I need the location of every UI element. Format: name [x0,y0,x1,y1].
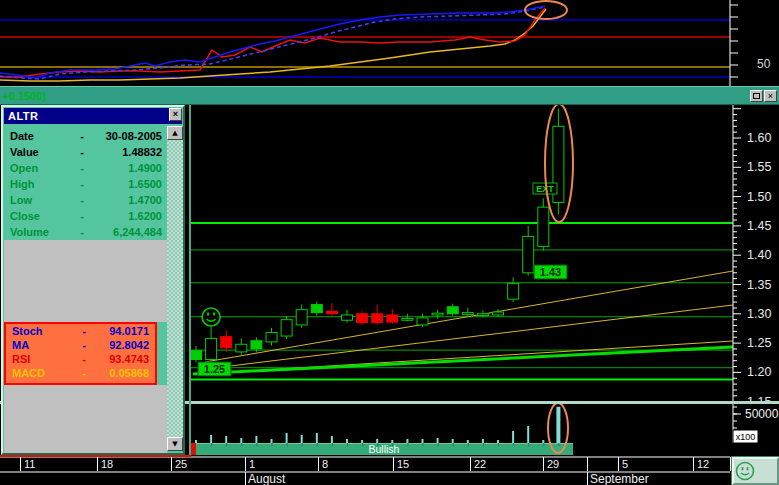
month-cell-separator [587,472,588,485]
volume-bar [467,440,469,443]
ribbon-bearish-start [191,443,196,455]
volume-bar [195,440,197,443]
red-underline [0,455,191,457]
date-week-label: 1 [249,458,255,470]
volume-bar [437,438,439,443]
price-axis-label: 1.45 [747,219,771,233]
date-week-label: 29 [547,458,559,470]
volume-bar [255,436,257,443]
candle-body [236,344,247,352]
indicator-values-box: Stoch-94.0171 MA-92.8042 RSI-93.4743 MAC… [4,322,157,385]
candles [191,109,564,364]
volume-bar [301,435,303,443]
candle-body [402,318,413,320]
date-week-label: 12 [697,458,709,470]
data-window-spacer [4,385,167,453]
candle-body [206,338,217,359]
volume-bar [512,431,514,443]
series-blue-dashed [0,7,545,79]
volume-bar [286,433,288,443]
indicator-pane-titlebar: +0.1500) × [0,86,779,105]
candle-body [311,304,322,312]
candle-body [462,313,473,315]
date-cell-separator [618,457,619,471]
candle-body [191,351,202,360]
volume-bar [452,439,454,443]
row-ma: MA-92.8042 [6,338,151,352]
close-icon[interactable]: × [169,108,182,121]
volume-bar [422,439,424,443]
row-close: Close-1.6200 [4,208,164,224]
date-cell-separator [693,457,694,471]
close-window-icon[interactable]: × [764,90,777,102]
volume-bar [361,440,363,443]
row-stoch: Stoch-94.0171 [6,324,151,338]
date-cell-separator [171,457,172,471]
date-week-label: 8 [322,458,328,470]
price-axis-label: 1.40 [747,248,771,262]
price-axis-label: 1.35 [747,278,771,292]
smiley-icon [734,460,756,482]
date-cell-separator [245,457,246,471]
date-week-label: 22 [474,458,486,470]
metastock-app-window: 50 +0.1500) × 1.601.551.501.451.401.351.… [0,0,779,485]
volume-bar [542,440,544,443]
data-window-panel[interactable]: ALTR × Date-30-08-2005 Value-1.48832 Ope… [1,105,185,455]
volume-bar [482,439,484,443]
row-rsi: RSI-93.4743 [6,352,151,366]
date-cell-separator [543,457,544,471]
date-cell-separator [730,457,731,471]
candle-body [372,314,383,323]
expert-advisor-button[interactable] [732,457,779,485]
price-axis-label: 1.50 [747,190,771,204]
volume-bar [210,435,212,443]
volume-bar [331,436,333,443]
volume-bar [271,439,273,443]
restore-window-icon[interactable] [750,90,763,102]
date-week-label: 15 [397,458,409,470]
volume-bar [346,439,348,443]
row-low: Low-1.4700 [4,192,164,208]
price-axis-label: 1.25 [747,336,771,350]
volume-bar [497,440,499,443]
volume-bars [195,407,560,443]
price-axis-label: 1.20 [747,365,771,379]
price-axis-label: 1.30 [747,307,771,321]
symbol-title: ALTR [8,110,39,122]
volume-bar [556,407,560,443]
candle-body [281,320,292,336]
candle-body [417,318,428,325]
candle-body [432,313,443,315]
price-flag-143-label: 1.43 [540,266,561,278]
candle-body [266,333,277,342]
candle-body [387,315,398,322]
scroll-up-icon[interactable]: ▲ [167,126,183,140]
month-label: September [590,472,649,485]
data-window-spacer [4,240,167,322]
volume-multiplier-label: x100 [736,432,756,442]
top-indicator-chart[interactable]: 50 [0,0,779,86]
candle-body [221,337,232,348]
volume-bar [225,436,227,443]
data-window-titlebar[interactable]: ALTR [4,108,182,124]
date-cell-separator [393,457,394,471]
date-cell-separator [470,457,471,471]
volume-bar [240,438,242,443]
scroll-down-icon[interactable]: ▼ [167,437,183,451]
month-label: August [248,472,286,485]
volume-bar [316,433,318,443]
date-week-label: 25 [175,458,187,470]
candle-body [296,310,307,325]
row-volume: Volume-6,244,484 [4,224,164,240]
scrollbar[interactable]: ▲ ▼ [167,126,183,451]
volume-bar [406,439,408,443]
candle-body [493,312,504,315]
date-cell-separator [587,457,588,471]
date-cell-separator [97,457,98,471]
candle-body [508,283,519,299]
row-date: Date-30-08-2005 [4,128,164,144]
row-value: Value-1.48832 [4,144,164,160]
candle-body [357,314,368,323]
candle-body [342,315,353,320]
candle-body [523,236,534,272]
